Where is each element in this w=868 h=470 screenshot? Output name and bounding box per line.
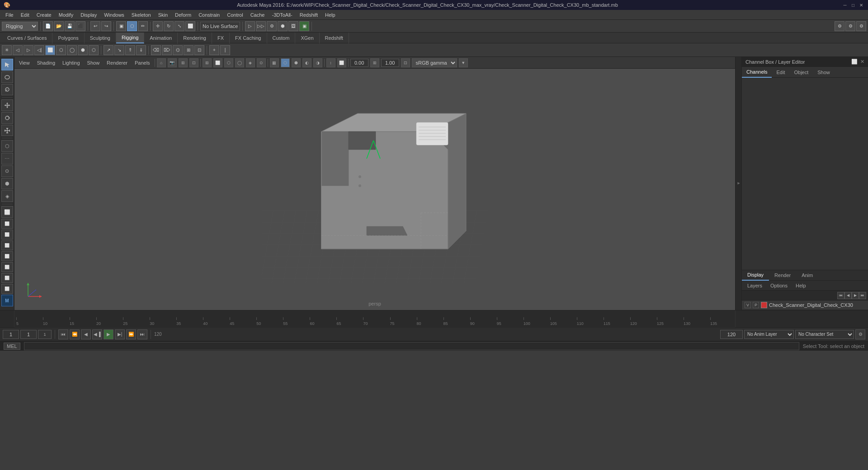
layer-tool-7[interactable]: ⬜ — [1, 284, 13, 294]
select-tool[interactable] — [1, 59, 13, 70]
tab-rigging[interactable]: Rigging — [116, 33, 144, 43]
step-fwd-btn[interactable]: ▶| — [115, 329, 125, 339]
rig-btn-19[interactable]: + — [209, 45, 219, 55]
move-tool[interactable] — [1, 99, 13, 111]
rig-btn-7[interactable]: ◯ — [67, 45, 77, 55]
vp-btn-19[interactable]: ⊡ — [401, 58, 410, 67]
vp-menu-view[interactable]: View — [16, 59, 33, 66]
rig-btn-13[interactable]: ⇓ — [136, 45, 146, 55]
skip-to-start-btn[interactable]: ⏮ — [58, 329, 68, 339]
tool-11[interactable]: ⬢ — [1, 178, 13, 190]
vp-btn-13[interactable]: ⬢ — [292, 58, 301, 67]
menu-create[interactable]: Create — [33, 11, 55, 19]
vp-btn-18[interactable]: ⊞ — [370, 58, 379, 67]
vp-btn-9[interactable]: ◈ — [246, 58, 255, 67]
menu-cache[interactable]: Cache — [247, 11, 269, 19]
tab-curves-surfaces[interactable]: Curves / Surfaces — [2, 33, 52, 43]
tab-polygons[interactable]: Polygons — [52, 33, 84, 43]
menu-help[interactable]: Help — [321, 11, 339, 19]
next-key-btn[interactable]: ⏩ — [126, 329, 136, 339]
vp-btn-15[interactable]: ◑ — [313, 58, 322, 67]
close-button[interactable]: ✕ — [858, 2, 864, 8]
layer-vis-p[interactable]: P — [753, 302, 759, 308]
rig-btn-14[interactable]: ⌫ — [151, 45, 161, 55]
render-btn[interactable]: ▷ — [245, 21, 255, 31]
rig-btn-1[interactable]: ✳ — [2, 45, 12, 55]
layer-tool-4[interactable]: ⬜ — [1, 251, 13, 261]
tab-xgen[interactable]: XGen — [295, 33, 319, 43]
rotate-tool[interactable] — [1, 112, 13, 124]
command-line[interactable] — [24, 342, 799, 350]
vp-btn-6[interactable]: ⬜ — [213, 58, 222, 67]
vp-wire-btn[interactable]: ⬡ — [281, 58, 290, 67]
layer-nav-2[interactable]: ◀ — [844, 292, 852, 299]
paint-select-tool[interactable] — [1, 84, 13, 96]
vp-btn-14[interactable]: ◐ — [302, 58, 311, 67]
layer-tool-1[interactable]: ⬜ — [1, 219, 13, 229]
rig-btn-12[interactable]: ⇑ — [125, 45, 135, 55]
vp-menu-show[interactable]: Show — [85, 59, 103, 66]
save-scene-btn[interactable]: 💾 — [65, 21, 75, 31]
ch-tab-object[interactable]: Object — [789, 67, 813, 78]
rig-btn-11[interactable]: ↘ — [114, 45, 124, 55]
layer-color-swatch[interactable] — [761, 302, 767, 308]
undo-btn[interactable]: ↩ — [90, 21, 100, 31]
menu-control[interactable]: Control — [223, 11, 246, 19]
lasso-btn[interactable]: ⬡ — [127, 21, 137, 31]
char-set-select[interactable]: No Character Set — [795, 330, 854, 339]
anim-layer-select[interactable]: No Anim Layer — [744, 330, 794, 339]
da-tab-anim[interactable]: Anim — [796, 270, 818, 281]
tool-13[interactable]: ⬜ — [1, 206, 13, 218]
rig-btn-8[interactable]: ⬢ — [78, 45, 88, 55]
prev-key-btn[interactable]: ⏪ — [70, 329, 80, 339]
settings-btn-r3[interactable]: ⚙ — [856, 21, 866, 31]
mel-label[interactable]: MEL — [4, 343, 20, 350]
tab-animation[interactable]: Animation — [144, 33, 178, 43]
rig-btn-15[interactable]: ⌦ — [162, 45, 172, 55]
end-range-input[interactable]: 120 — [720, 330, 743, 339]
da-tab-display[interactable]: Display — [742, 270, 769, 281]
play-fwd-btn[interactable]: ▶ — [104, 329, 113, 339]
tab-rendering[interactable]: Rendering — [178, 33, 212, 43]
layer-tool-2[interactable]: ⬜ — [1, 230, 13, 240]
layer-vis-v[interactable]: V — [745, 302, 751, 308]
ch-tab-channels[interactable]: Channels — [742, 67, 772, 78]
layer-tool-6[interactable]: ⬜ — [1, 273, 13, 283]
da-tab-render[interactable]: Render — [769, 270, 796, 281]
ipr-btn[interactable]: ▷▷ — [256, 21, 266, 31]
vp-value2[interactable]: 1.00 — [381, 59, 399, 67]
vp-menu-panels[interactable]: Panels — [132, 59, 153, 66]
hypershade-btn[interactable]: ⬢ — [278, 21, 288, 31]
vp-btn-10[interactable]: ⊙ — [257, 58, 266, 67]
help-btn[interactable]: Help — [793, 282, 809, 289]
show-manip-tool[interactable]: ⬡ — [1, 140, 13, 152]
viewport[interactable]: View Shading Lighting Show Renderer Pane… — [14, 57, 735, 310]
tab-custom[interactable]: Custom — [267, 33, 296, 43]
rp-close-btn[interactable]: ✕ — [860, 59, 864, 65]
rotate-tool-btn[interactable]: ↻ — [164, 21, 174, 31]
transform-btn[interactable]: ⬜ — [185, 21, 195, 31]
move-tool-btn[interactable]: ✛ — [153, 21, 163, 31]
vp-btn-8[interactable]: ◯ — [235, 58, 244, 67]
new-scene-btn[interactable]: 📄 — [43, 21, 53, 31]
layer-tool-3[interactable]: ⬜ — [1, 240, 13, 250]
tab-sculpting[interactable]: Sculpting — [85, 33, 116, 43]
no-live-surface-label[interactable]: No Live Surface — [200, 22, 240, 31]
vp-btn-4[interactable]: ⊡ — [189, 58, 198, 67]
scale-tool[interactable] — [1, 125, 13, 136]
vp-menu-shading[interactable]: Shading — [34, 59, 58, 66]
menu-redshift[interactable]: Redshift — [296, 11, 321, 19]
settings-btn-r1[interactable]: ⚙ — [835, 21, 844, 31]
rig-btn-3[interactable]: ▷ — [24, 45, 33, 55]
layer-nav-1[interactable]: ⏮ — [837, 292, 844, 299]
rp-expand-btn[interactable]: ⬜ — [851, 59, 858, 65]
rig-btn-10[interactable]: ↗ — [104, 45, 113, 55]
vp-menu-lighting[interactable]: Lighting — [60, 59, 83, 66]
layer-nav-4[interactable]: ⏭ — [859, 292, 866, 299]
lasso-tool[interactable] — [1, 71, 13, 83]
rig-btn-20[interactable]: | — [220, 45, 230, 55]
skip-to-end-btn[interactable]: ⏭ — [137, 329, 147, 339]
vp-btn-20[interactable]: ▼ — [459, 58, 468, 67]
vp-home-btn[interactable]: ⌂ — [157, 58, 166, 67]
menu-file[interactable]: File — [2, 11, 17, 19]
